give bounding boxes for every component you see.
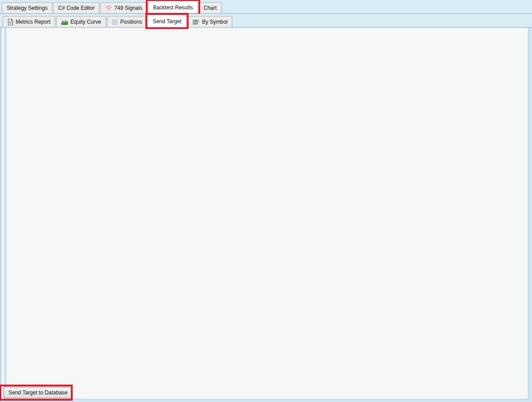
backtest-sub-tab-bar: Metrics ReportEquity CurvePositionsSend … <box>0 14 532 28</box>
svg-text:DEF: DEF <box>193 22 198 25</box>
positions-icon <box>112 19 118 25</box>
svg-text:ABC: ABC <box>193 19 199 22</box>
tab-chart[interactable]: Chart <box>199 2 222 13</box>
tab-label: Chart <box>204 5 217 11</box>
content-panel <box>6 28 528 399</box>
subtab-metrics-report[interactable]: Metrics Report <box>3 16 55 27</box>
send-target-to-database-button[interactable]: Send Target to Database <box>4 387 73 398</box>
tab-label: Strategy Settings <box>7 5 47 11</box>
tab-c-code-editor[interactable]: C# Code Editor <box>53 2 99 13</box>
tab-label: By Symbol <box>202 19 227 25</box>
top-tab-bar: Strategy SettingsC# Code Editor749 Signa… <box>0 0 532 14</box>
equity-curve-icon <box>61 19 68 25</box>
subtab-positions[interactable]: Positions <box>107 16 147 27</box>
tab-label: 749 Signals <box>114 5 142 11</box>
tab-strategy-settings[interactable]: Strategy Settings <box>2 2 52 13</box>
subtab-by-symbol[interactable]: ABCDEFBy Symbol <box>187 16 232 27</box>
wifi-icon <box>105 5 112 11</box>
subtab-send-target[interactable]: Send Target <box>148 15 186 28</box>
tab-label: Positions <box>120 19 142 25</box>
subtab-equity-curve[interactable]: Equity Curve <box>56 16 106 27</box>
tab-label: C# Code Editor <box>58 5 95 11</box>
document-icon <box>8 19 13 25</box>
tab-label: Send Target <box>153 18 181 25</box>
by-symbol-icon: ABCDEF <box>192 19 200 25</box>
tab-label: Equity Curve <box>70 19 101 25</box>
tab-label: Metrics Report <box>16 19 50 25</box>
tab-label: Backtest Results <box>153 4 193 11</box>
tab-backtest-results[interactable]: Backtest Results <box>148 1 198 14</box>
tab-749-signals[interactable]: 749 Signals <box>100 2 147 13</box>
